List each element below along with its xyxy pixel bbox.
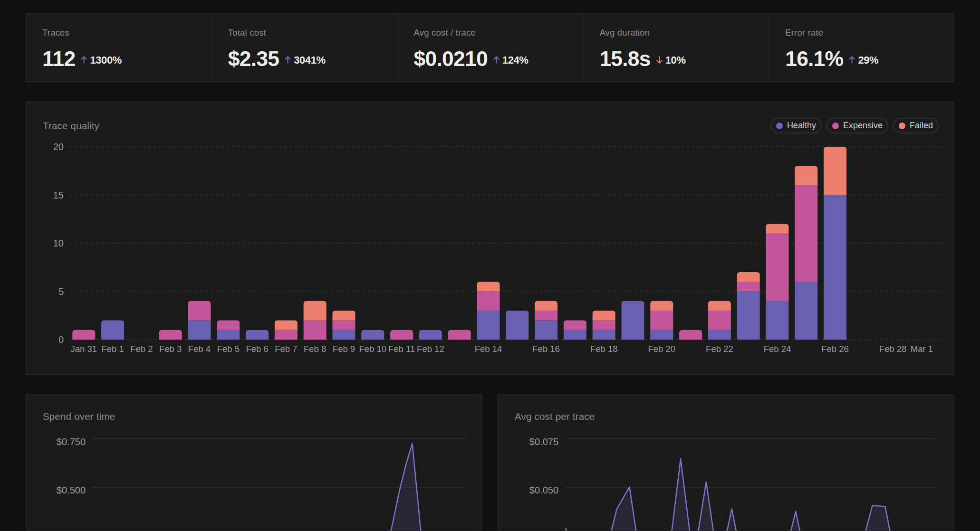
svg-text:Feb 3: Feb 3: [159, 344, 182, 354]
svg-text:$0.050: $0.050: [529, 485, 558, 495]
svg-text:Jan 31: Jan 31: [71, 344, 97, 354]
svg-text:15: 15: [53, 190, 64, 200]
svg-text:Feb 22: Feb 22: [706, 344, 733, 354]
svg-text:$0.750: $0.750: [57, 436, 86, 447]
svg-text:Feb 8: Feb 8: [304, 344, 326, 354]
svg-text:Feb 4: Feb 4: [188, 344, 211, 354]
svg-text:Feb 11: Feb 11: [388, 344, 415, 354]
svg-text:Feb 28: Feb 28: [879, 344, 907, 354]
svg-text:10: 10: [53, 238, 64, 248]
svg-text:Feb 6: Feb 6: [246, 344, 268, 354]
svg-text:Feb 1: Feb 1: [101, 344, 124, 354]
svg-text:Feb 20: Feb 20: [648, 344, 675, 354]
svg-text:Feb 16: Feb 16: [532, 344, 560, 354]
svg-text:Feb 10: Feb 10: [359, 344, 386, 354]
svg-text:Mar 1: Mar 1: [911, 344, 933, 354]
svg-text:5: 5: [58, 286, 64, 297]
svg-text:Feb 24: Feb 24: [764, 344, 791, 354]
svg-text:Feb 18: Feb 18: [590, 344, 618, 354]
svg-text:Feb 12: Feb 12: [417, 344, 444, 354]
svg-text:Feb 9: Feb 9: [333, 344, 355, 354]
svg-text:Feb 26: Feb 26: [821, 344, 849, 354]
svg-text:Feb 7: Feb 7: [275, 344, 297, 354]
svg-text:Feb 2: Feb 2: [130, 344, 153, 354]
svg-text:Feb 14: Feb 14: [475, 344, 502, 354]
svg-text:20: 20: [53, 142, 64, 152]
svg-text:$0.500: $0.500: [57, 485, 86, 495]
svg-text:Feb 5: Feb 5: [217, 344, 240, 354]
svg-text:$0.075: $0.075: [529, 436, 558, 447]
svg-text:0: 0: [58, 334, 64, 345]
